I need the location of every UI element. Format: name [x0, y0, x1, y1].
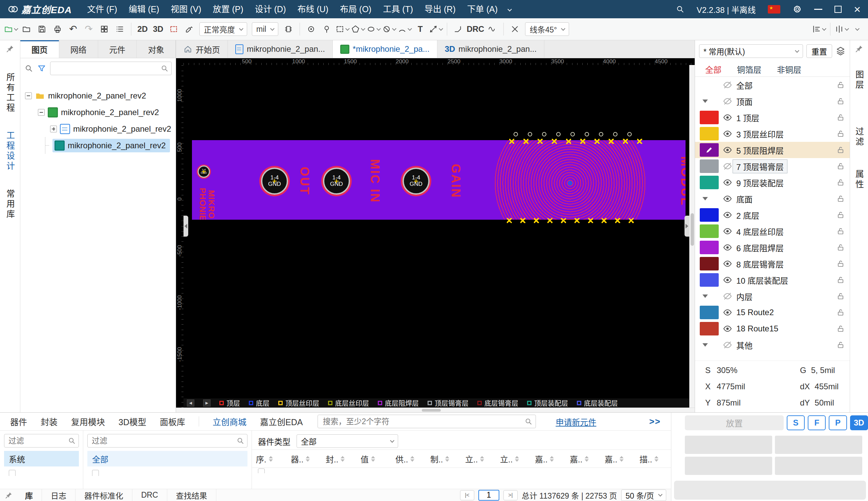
collapse-toggle-icon[interactable] [25, 93, 32, 99]
reset-button[interactable]: 重置 [806, 44, 832, 58]
checkbox[interactable] [92, 470, 99, 476]
eye-icon[interactable] [723, 145, 732, 155]
library-search-input[interactable] [318, 415, 536, 428]
layer-strip-next-button[interactable]: ▶ [203, 399, 211, 407]
mode-3d-button[interactable]: 3D [151, 22, 165, 36]
mode-2d-button[interactable]: 2D [135, 22, 150, 36]
layer-strip-item[interactable]: 顶层 [219, 398, 240, 407]
eye-off-icon[interactable] [723, 80, 732, 90]
lock-open-icon[interactable] [836, 324, 845, 333]
sort-icon[interactable] [269, 456, 273, 462]
select-region-button[interactable] [166, 22, 181, 36]
pcb-pad[interactable]: 1-4GND [403, 168, 430, 195]
layer-tab-all[interactable]: 全部 [705, 63, 721, 75]
tab-sheets[interactable]: 图页 [20, 40, 59, 58]
global-search-icon[interactable] [676, 5, 685, 13]
menu-item-export[interactable]: 导出 (R) [419, 0, 461, 18]
sort-icon[interactable] [371, 456, 375, 462]
print-button[interactable] [50, 22, 65, 36]
request-new-part-link[interactable]: 申请新元件 [556, 416, 596, 428]
column-header[interactable]: 嘉.. [570, 453, 604, 465]
layer-color-swatch[interactable] [700, 322, 719, 335]
column-header[interactable]: 制.. [430, 453, 465, 465]
menu-item-route[interactable]: 布线 (U) [292, 0, 334, 18]
language-flag-icon[interactable] [768, 5, 780, 13]
tab-components[interactable]: 器件 [10, 415, 27, 428]
collapse-arrow-icon[interactable] [703, 99, 708, 103]
tab-reuse-modules[interactable]: 复用模块 [71, 415, 105, 428]
spiral-coil-track[interactable] [494, 140, 646, 220]
sort-icon[interactable] [480, 456, 484, 462]
sort-icon[interactable] [654, 456, 658, 462]
tree-item-schematic[interactable]: mikrophonie_2_panel_rev2 [20, 120, 176, 137]
collapse-left-panel-handle[interactable] [183, 216, 188, 237]
layer-color-swatch[interactable] [700, 111, 719, 124]
redo-button[interactable]: ↷ [81, 22, 96, 36]
lock-open-icon[interactable] [836, 341, 845, 349]
expand-toggle-icon[interactable] [50, 126, 57, 132]
layer-strip-item[interactable]: 底层丝印层 [328, 398, 369, 407]
pin-icon[interactable] [6, 44, 14, 53]
silkscreen-text[interactable]: OUT [297, 167, 311, 196]
layer-strip-item[interactable]: 顶层丝印层 [278, 398, 319, 407]
tab-pcb-doc-active[interactable]: *mikrophonie_2_pa... [333, 40, 437, 58]
sort-icon[interactable] [410, 456, 414, 462]
tab-components[interactable]: 元件 [98, 40, 137, 58]
menu-item-order[interactable]: 下单 (A) [461, 0, 503, 18]
tree-search-button[interactable] [24, 64, 33, 73]
column-header[interactable]: 嘉.. [604, 453, 640, 465]
column-header[interactable]: 嘉.. [535, 453, 570, 465]
bottom-tab-log[interactable]: 日志 [42, 489, 75, 501]
sort-icon[interactable] [445, 456, 449, 462]
column-header[interactable]: 描.. [640, 453, 671, 465]
layer-row[interactable]: 4 底层丝印层 [695, 223, 850, 239]
menu-item-place[interactable]: 放置 (P) [207, 0, 249, 18]
layer-row[interactable]: 8 底层锡膏层 [695, 256, 850, 272]
layer-strip-prev-button[interactable]: ◀ [187, 399, 194, 407]
eye-icon[interactable] [723, 194, 732, 203]
3d-view-button[interactable]: 3D [850, 415, 868, 430]
pcb-canvas[interactable]: 1-4GND 1-4GND 1-4GND 1-4GND MIKRO PHONIE [183, 65, 689, 407]
eye-icon[interactable] [723, 129, 732, 138]
column-header[interactable]: 值 [361, 453, 395, 465]
class-item-partial[interactable] [4, 470, 79, 476]
layer-row[interactable]: 10 底层装配层 [695, 272, 850, 288]
layer-strip-item[interactable]: 顶层装配层 [527, 398, 568, 407]
rail-item-layers[interactable]: 图层 [853, 70, 865, 90]
lock-open-icon[interactable] [836, 276, 845, 284]
menu-item-file[interactable]: 文件 (F) [81, 0, 123, 18]
lock-open-icon[interactable] [836, 113, 845, 122]
tree-item-pcb-selected[interactable]: mikrophonie_2_panel_rev2 [20, 137, 176, 154]
eye-icon[interactable] [723, 275, 732, 285]
collapse-right-panel-handle[interactable] [685, 216, 689, 237]
scrollbar-thumb[interactable] [690, 213, 694, 246]
eye-icon[interactable] [723, 308, 732, 317]
layer-row[interactable]: 7 顶层锡膏层 [695, 158, 850, 174]
layer-row[interactable]: 15 Route2 [695, 304, 850, 321]
eye-icon[interactable] [723, 243, 732, 252]
bottom-tab-search-results[interactable]: 查找结果 [167, 489, 216, 501]
expand-panel-button[interactable]: >> [649, 416, 661, 427]
lock-open-icon[interactable] [836, 81, 845, 89]
place-button[interactable]: 放置 [685, 415, 784, 430]
tree-item-board[interactable]: mikrophonie_2_panel_rev2 [20, 104, 176, 120]
tab-footprints[interactable]: 封装 [41, 415, 57, 428]
layer-strip-item[interactable]: 底层锡膏层 [477, 398, 518, 407]
rail-item-all-projects[interactable]: 所有工程 [4, 73, 16, 114]
keepout-tool-button[interactable] [382, 22, 396, 36]
lock-open-icon[interactable] [836, 129, 845, 138]
lock-open-icon[interactable] [836, 308, 845, 317]
layer-config-icon[interactable] [836, 46, 846, 56]
layer-color-swatch[interactable] [700, 127, 719, 140]
layer-color-swatch[interactable] [700, 306, 719, 319]
eye-off-icon[interactable] [723, 291, 732, 301]
tune-length-button[interactable] [485, 22, 500, 36]
class-item-system[interactable]: 系统 [4, 451, 79, 467]
lock-open-icon[interactable] [836, 178, 845, 187]
lock-open-icon[interactable] [836, 146, 845, 154]
layer-preset-select[interactable]: * 常用(默认) [699, 44, 803, 58]
checkbox[interactable] [9, 470, 15, 476]
layer-strip-item[interactable]: 底层装配层 [577, 398, 618, 407]
lock-open-icon[interactable] [836, 194, 845, 203]
symbol-view-button[interactable]: S [787, 415, 805, 430]
